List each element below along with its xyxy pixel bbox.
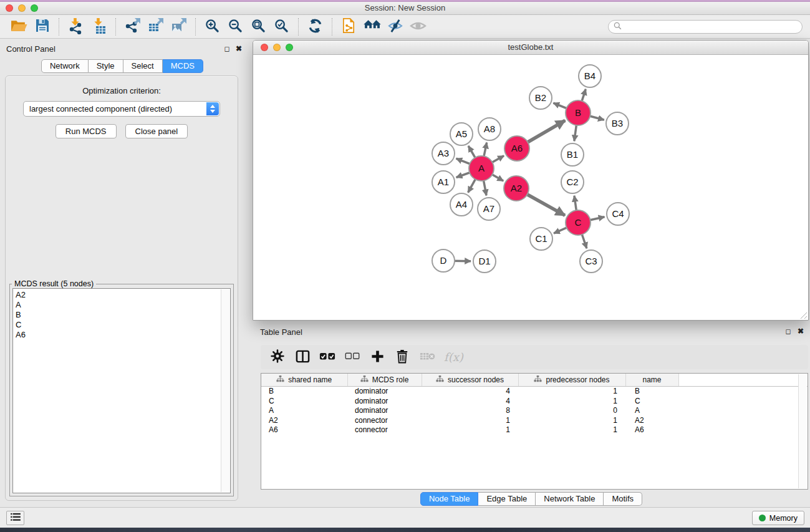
export-image-button[interactable] bbox=[167, 16, 190, 37]
table-row[interactable]: Adominator80A bbox=[261, 406, 808, 416]
table-cell: 0 bbox=[518, 406, 625, 416]
node-label: B3 bbox=[612, 118, 623, 128]
table-row[interactable]: A2connector11A2 bbox=[261, 416, 808, 426]
column-header-successor-nodes[interactable]: successor nodes bbox=[422, 374, 518, 387]
graph-node-A3[interactable]: A3 bbox=[432, 142, 455, 165]
table-settings-button[interactable] bbox=[268, 347, 287, 367]
row-filler bbox=[678, 406, 808, 416]
column-header-MCDS-role[interactable]: MCDS role bbox=[347, 374, 422, 387]
new-network-button[interactable] bbox=[337, 16, 360, 37]
search-box[interactable] bbox=[608, 20, 803, 34]
network-canvas[interactable]: B4B2BB3A8A5A6A3B1AC2A1A2A4A7C4CC1C3DD1 bbox=[253, 55, 808, 320]
graph-node-C3[interactable]: C3 bbox=[580, 250, 602, 273]
select-all-columns-button[interactable] bbox=[318, 347, 337, 367]
graph-node-C1[interactable]: C1 bbox=[530, 228, 552, 250]
mcds-result-item[interactable]: C bbox=[13, 320, 230, 330]
export-table-button[interactable] bbox=[144, 16, 167, 37]
graph-node-D[interactable]: D bbox=[432, 249, 455, 272]
table-row[interactable]: Bdominator41B bbox=[261, 387, 808, 397]
tab-mcds[interactable]: MCDS bbox=[163, 59, 203, 73]
close-table-panel-button[interactable]: ✖ bbox=[796, 326, 806, 336]
tab-network[interactable]: Network bbox=[41, 59, 89, 73]
graph-node-B2[interactable]: B2 bbox=[529, 87, 552, 109]
graph-node-A2[interactable]: A2 bbox=[504, 176, 529, 201]
list-scrollbar[interactable] bbox=[221, 289, 229, 492]
close-panel-button[interactable]: ✖ bbox=[234, 44, 244, 54]
minimize-window-button[interactable] bbox=[18, 4, 26, 12]
tab-style[interactable]: Style bbox=[89, 59, 123, 73]
tab-node-table[interactable]: Node Table bbox=[420, 492, 479, 506]
zoom-network-window-button[interactable] bbox=[286, 44, 293, 51]
unselect-all-columns-button[interactable] bbox=[343, 347, 362, 367]
save-session-button[interactable] bbox=[31, 16, 54, 37]
minimize-network-window-button[interactable] bbox=[273, 44, 281, 51]
column-header-label: name bbox=[642, 375, 661, 384]
table-scrollbar[interactable] bbox=[798, 374, 807, 488]
run-mcds-button[interactable]: Run MCDS bbox=[55, 124, 117, 138]
zoom-in-button[interactable] bbox=[201, 16, 224, 37]
graph-node-A[interactable]: A bbox=[469, 156, 494, 181]
import-network-icon bbox=[68, 17, 84, 36]
column-header-name[interactable]: name bbox=[625, 374, 678, 387]
network-window-titlebar[interactable]: testGlobe.txt bbox=[253, 41, 808, 55]
table-header-row: shared nameMCDS rolesuccessor nodesprede… bbox=[261, 374, 808, 387]
column-header-shared-name[interactable]: shared name bbox=[261, 374, 347, 387]
tab-select[interactable]: Select bbox=[123, 59, 163, 73]
table-cell: dominator bbox=[347, 397, 422, 407]
graph-node-C4[interactable]: C4 bbox=[607, 203, 629, 225]
graph-node-B[interactable]: B bbox=[566, 100, 591, 125]
import-table-button[interactable] bbox=[87, 16, 110, 37]
mcds-result-item[interactable]: A2 bbox=[13, 290, 230, 300]
column-header-predecessor-nodes[interactable]: predecessor nodes bbox=[518, 374, 625, 387]
graph-node-C[interactable]: C bbox=[566, 210, 591, 235]
graph-node-A7[interactable]: A7 bbox=[478, 198, 500, 220]
float-table-panel-button[interactable]: ◻ bbox=[783, 326, 793, 336]
create-column-button[interactable] bbox=[368, 347, 387, 367]
table-cell: 1 bbox=[518, 397, 625, 407]
graph-node-B4[interactable]: B4 bbox=[579, 65, 601, 87]
table-row[interactable]: Cdominator41C bbox=[261, 397, 808, 407]
delete-columns-button[interactable] bbox=[393, 347, 412, 367]
mcds-result-item[interactable]: A6 bbox=[13, 330, 230, 340]
search-input[interactable] bbox=[625, 22, 797, 32]
zoom-out-button[interactable] bbox=[224, 16, 247, 37]
graph-node-A8[interactable]: A8 bbox=[478, 118, 501, 140]
open-session-button[interactable] bbox=[7, 16, 31, 37]
graph-node-A5[interactable]: A5 bbox=[450, 123, 473, 145]
hide-flagged-button[interactable] bbox=[383, 16, 407, 37]
zoom-fit-button[interactable] bbox=[247, 16, 270, 37]
close-panel-button-mcds[interactable]: Close panel bbox=[125, 124, 188, 138]
table-cell: dominator bbox=[347, 406, 422, 416]
graph-node-A6[interactable]: A6 bbox=[504, 136, 529, 161]
graph-node-C2[interactable]: C2 bbox=[561, 171, 584, 193]
graph-node-B3[interactable]: B3 bbox=[606, 112, 629, 135]
refresh-icon bbox=[307, 18, 323, 36]
mcds-result-list[interactable]: A2ABCA6 bbox=[12, 288, 231, 493]
mcds-result-item[interactable]: B bbox=[13, 310, 230, 320]
float-panel-button[interactable]: ◻ bbox=[222, 44, 232, 54]
split-view-button[interactable] bbox=[293, 347, 312, 367]
export-network-button[interactable] bbox=[121, 16, 144, 37]
graph-node-D1[interactable]: D1 bbox=[473, 250, 496, 273]
tab-network-table[interactable]: Network Table bbox=[536, 492, 604, 506]
mcds-result-item[interactable]: A bbox=[13, 300, 230, 310]
graph-node-A1[interactable]: A1 bbox=[432, 171, 455, 193]
table-row[interactable]: A6connector11A6 bbox=[261, 425, 808, 435]
tab-edge-table[interactable]: Edge Table bbox=[478, 492, 536, 506]
refresh-layout-button[interactable] bbox=[304, 16, 327, 37]
zoom-window-button[interactable] bbox=[31, 4, 38, 12]
apply-function-button[interactable]: f(x) bbox=[443, 347, 465, 367]
task-history-button[interactable] bbox=[6, 511, 24, 525]
close-network-window-button[interactable] bbox=[261, 44, 268, 51]
graph-node-B1[interactable]: B1 bbox=[561, 143, 584, 166]
zoom-selected-button[interactable] bbox=[270, 16, 293, 37]
show-graphics-details-button[interactable] bbox=[407, 16, 430, 37]
show-home-panels-button[interactable] bbox=[360, 16, 383, 37]
tab-motifs[interactable]: Motifs bbox=[604, 492, 642, 506]
criterion-dropdown[interactable]: largest connected component (directed) bbox=[23, 101, 220, 117]
graph-node-A4[interactable]: A4 bbox=[450, 193, 473, 216]
memory-button[interactable]: Memory bbox=[752, 511, 804, 525]
import-network-button[interactable] bbox=[64, 16, 87, 37]
delete-table-button[interactable] bbox=[418, 347, 436, 367]
close-window-button[interactable] bbox=[6, 4, 13, 12]
